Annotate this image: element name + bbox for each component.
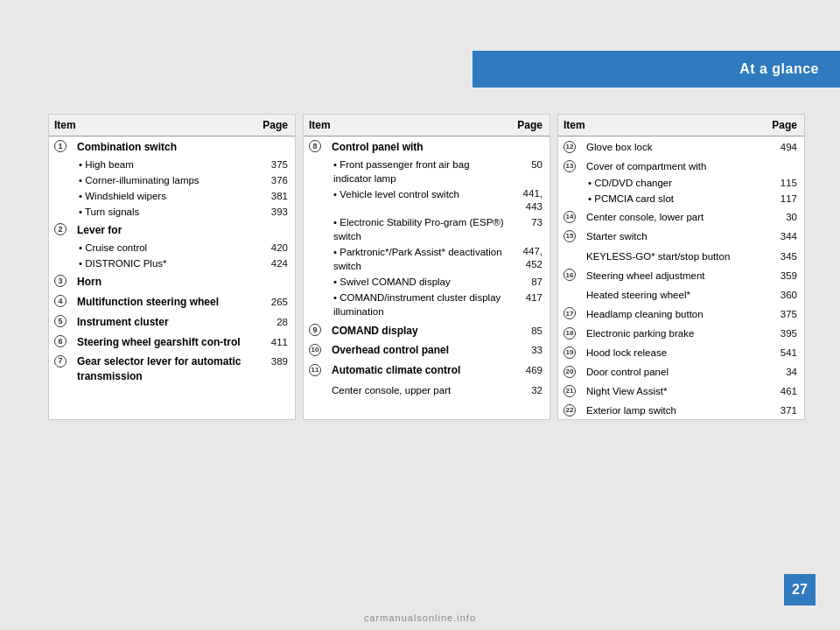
table-row: • Turn signals 393	[49, 204, 295, 220]
item-num-circle: 19	[564, 346, 576, 359]
table-row: • Front passenger front air bag indicato…	[304, 157, 550, 186]
table-row: 14 Center console, lower part 30	[558, 206, 804, 226]
item-num-circle: 3	[54, 275, 66, 287]
table-row: 1 Combination switch	[49, 136, 295, 157]
item-num-circle: 22	[564, 404, 576, 416]
item-num-circle: 12	[564, 141, 576, 153]
table-row: 15 Starter switch 344	[558, 226, 804, 245]
table-row: • CD/DVD changer 115	[558, 175, 804, 191]
table-row: 6 Steering wheel gearshift con-trol 411	[49, 332, 295, 352]
item-num-circle: 21	[564, 385, 576, 397]
item-num-circle: 16	[564, 269, 576, 281]
page-title: At a glance	[739, 61, 819, 77]
table-row: 18 Electronic parking brake 395	[558, 323, 804, 342]
item-num-circle: 2	[54, 223, 66, 235]
page-number-badge: 27	[784, 574, 816, 606]
panel-3: Item Page 12 Glove box lock 494 13 Cover…	[557, 114, 805, 420]
table-row: 11 Automatic climate control 469	[304, 360, 550, 380]
table-row: • PCMCIA card slot 117	[558, 191, 804, 206]
item-num-circle: 14	[564, 211, 576, 223]
item-num-circle: 5	[54, 315, 66, 327]
panel3-item-header: Item	[558, 115, 766, 136]
table-row: 8 Control panel with	[304, 136, 550, 157]
table-row: 12 Glove box lock 494	[558, 136, 804, 157]
table-row: • Swivel COMAND display 87	[304, 274, 550, 290]
table-row: 17 Headlamp cleaning button 375	[558, 304, 804, 323]
item-num-circle: 13	[564, 160, 576, 172]
panel-2: Item Page 8 Control panel with • Front p…	[303, 114, 550, 420]
table-row: • Windshield wipers 381	[49, 188, 295, 204]
content-area: Item Page 1 Combination switch • High be…	[48, 114, 805, 420]
panel1-item-header: Item	[49, 115, 257, 136]
item-num-circle: 7	[54, 355, 66, 368]
table-row: • Corner-illuminating lamps 376	[49, 172, 295, 188]
table-row: 3 Horn	[49, 271, 295, 291]
table-row: • DISTRONIC Plus* 424	[49, 256, 295, 271]
table-row: • High beam 375	[49, 157, 295, 172]
item-num-circle: 6	[54, 335, 66, 347]
table-row: 22 Exterior lamp switch 371	[558, 400, 804, 419]
table-row: Center console, upper part 32	[304, 380, 550, 399]
table-row: 7 Gear selector lever for automatic tran…	[49, 351, 295, 386]
item-num-circle: 15	[564, 230, 576, 242]
table-row: 2 Lever for	[49, 220, 295, 240]
item-num-circle: 4	[54, 295, 66, 307]
panel3-page-header: Page	[766, 115, 804, 136]
item-num-circle: 10	[309, 344, 321, 356]
table-row: 16 Steering wheel adjustment 359	[558, 265, 804, 284]
header-bar: At a glance	[472, 51, 840, 88]
table-row: 21 Night View Assist* 461	[558, 381, 804, 400]
table-row: 10 Overhead control panel 33	[304, 340, 550, 360]
item-num-circle: 8	[309, 140, 321, 152]
table-row: • Electronic Stability Pro-gram (ESP®) s…	[304, 214, 550, 244]
panel-1: Item Page 1 Combination switch • High be…	[48, 114, 296, 420]
table-row: 4 Multifunction steering wheel 265	[49, 291, 295, 312]
table-row: • Cruise control 420	[49, 240, 295, 256]
item-num-circle: 11	[309, 364, 321, 376]
panel2-page-header: Page	[512, 115, 550, 136]
item-num-circle: 20	[564, 366, 576, 378]
page-number: 27	[792, 582, 808, 598]
item-num-circle: 18	[564, 327, 576, 340]
table-row: 19 Hood lock release 541	[558, 342, 804, 361]
table-row: 5 Instrument cluster 28	[49, 312, 295, 332]
table-row: • COMAND/instrument cluster display illu…	[304, 290, 550, 319]
panel2-item-header: Item	[304, 115, 512, 136]
table-row: 20 Door control panel 34	[558, 361, 804, 381]
table-row: KEYLESS-GO* start/stop button 345	[558, 246, 804, 265]
table-row: • Vehicle level control switch 441,443	[304, 186, 550, 214]
item-num-circle: 9	[309, 324, 321, 336]
watermark: carmanualsonline.info	[364, 612, 476, 623]
table-row: 13 Cover of compartment with	[558, 156, 804, 175]
panel1-page-header: Page	[257, 115, 295, 136]
table-row: 9 COMAND display 85	[304, 320, 550, 340]
item-num-circle: 1	[54, 140, 66, 152]
table-row: • Parktronic*/Park Assist* deactivation …	[304, 244, 550, 274]
table-row: Heated steering wheel* 360	[558, 284, 804, 304]
item-num-circle: 17	[564, 307, 576, 319]
